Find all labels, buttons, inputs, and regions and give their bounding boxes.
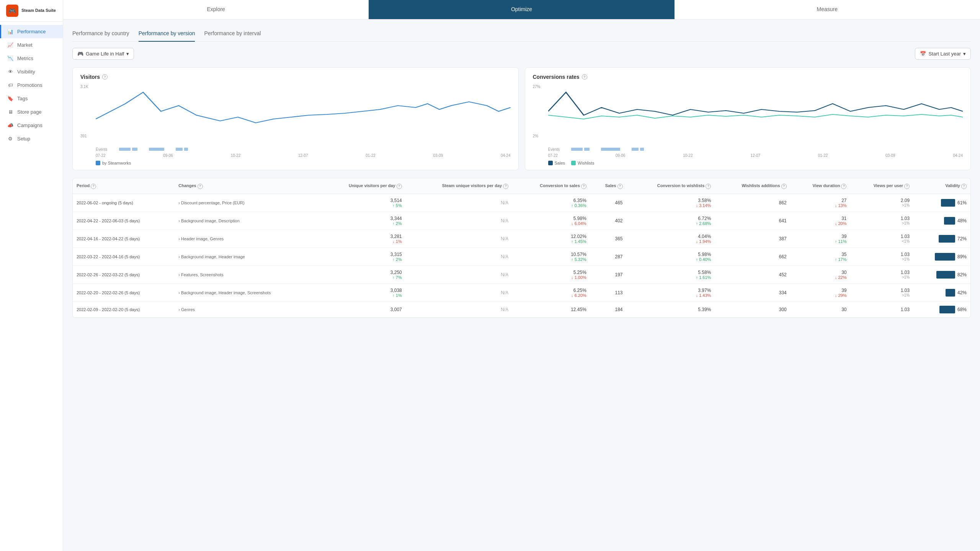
sidebar-item-visibility[interactable]: 👁Visibility	[0, 65, 63, 78]
cell-wishlists-0: 862	[715, 194, 790, 212]
cell-unique-visitors-2: 3,281 ↓ 1%	[318, 230, 406, 248]
cell-validity-4: 82%	[913, 266, 970, 284]
col-view-duration: View duration ?	[791, 178, 851, 194]
cell-conv-sales-5: 6.25% ↓ 6.20%	[512, 284, 590, 302]
conversions-info-icon[interactable]: ?	[582, 74, 587, 80]
cell-validity-5: 42%	[913, 284, 970, 302]
cell-steam-unique-6: N/A	[406, 302, 512, 317]
date-range-label: Start Last year	[928, 51, 961, 57]
cell-period-2: 2022-04-16 - 2022-04-22 (5 days)	[73, 230, 175, 248]
game-icon: 🎮	[77, 51, 83, 57]
cell-period-0: 2022-06-02 - ongoing (5 days)	[73, 194, 175, 212]
sidebar-label-setup: Setup	[17, 136, 30, 142]
cell-wishlists-1: 641	[715, 212, 790, 230]
cell-view-duration-5: 39 ↓ 29%	[791, 284, 851, 302]
cell-unique-visitors-4: 3,250 ↑ 7%	[318, 266, 406, 284]
conversions-chart-area: 27% 2%	[533, 85, 963, 146]
date-range-dropdown[interactable]: 📅 Start Last year ▾	[915, 48, 971, 60]
cell-views-per-user-1: 1.03 >1%	[850, 212, 913, 230]
cell-steam-unique-4: N/A	[406, 266, 512, 284]
metrics-icon: 📉	[7, 55, 13, 61]
cell-conv-sales-1: 5.98% ↓ 6.04%	[512, 212, 590, 230]
cell-conv-wishlists-1: 6.72% ↑ 2.68%	[627, 212, 715, 230]
table-row: 2022-04-16 - 2022-04-22 (5 days) › Heade…	[73, 230, 970, 248]
sidebar-item-storepage[interactable]: 🖥Store page	[0, 105, 63, 119]
sidebar-label-metrics: Metrics	[17, 55, 33, 61]
visitors-chart-title: Visitors ?	[80, 74, 511, 80]
cell-sales-6: 184	[590, 302, 627, 317]
topnav-optimize[interactable]: Optimize	[369, 0, 674, 19]
content-area: Performance by countryPerformance by ver…	[63, 20, 980, 551]
cell-sales-3: 287	[590, 248, 627, 266]
cell-view-duration-2: 39 ↑ 11%	[791, 230, 851, 248]
conversions-chart-card: Conversions rates ? 27% 2%	[525, 67, 971, 170]
col-conversion-wishlists: Conversion to wishlists ?	[627, 178, 715, 194]
logo[interactable]: 🎮 Steam Data Suite	[0, 0, 63, 22]
col-sales: Sales ?	[590, 178, 627, 194]
chevron-down-icon: ▾	[126, 51, 129, 57]
visitors-y-bottom: 391	[80, 134, 87, 138]
cell-conv-sales-3: 10.57% ↑ 5.32%	[512, 248, 590, 266]
cell-changes-1: › Background image, Description	[175, 212, 318, 230]
table-row: 2022-04-22 - 2022-06-03 (5 days) › Backg…	[73, 212, 970, 230]
sidebar: 🎮 Steam Data Suite 📊Performance📈Market📉M…	[0, 0, 63, 551]
cell-conv-wishlists-0: 3.58% ↓ 3.14%	[627, 194, 715, 212]
col-conversion-sales: Conversion to sales ?	[512, 178, 590, 194]
cell-period-4: 2022-02-26 - 2022-03-22 (5 days)	[73, 266, 175, 284]
cell-views-per-user-6: 1.03	[850, 302, 913, 317]
sidebar-item-setup[interactable]: ⚙Setup	[0, 132, 63, 145]
market-icon: 📈	[7, 42, 13, 48]
cell-unique-visitors-5: 3,038 ↑ 1%	[318, 284, 406, 302]
performance-table: Period ? Changes ? Unique visitors per d…	[72, 178, 971, 318]
sidebar-label-storepage: Store page	[17, 109, 42, 115]
visitors-legend: by Steamworks	[80, 161, 511, 165]
conversions-x-labels: 07-22 09-06 10-22 12-07 01-22 03-09 04-2…	[533, 153, 963, 158]
sidebar-item-market[interactable]: 📈Market	[0, 38, 63, 52]
sidebar-item-promotions[interactable]: 🏷Promotions	[0, 78, 63, 92]
topnav-measure[interactable]: Measure	[675, 0, 980, 19]
visitors-chart-svg	[96, 85, 511, 138]
subtab-performance-by-version[interactable]: Performance by version	[139, 27, 195, 42]
cell-wishlists-4: 452	[715, 266, 790, 284]
cell-unique-visitors-6: 3,007	[318, 302, 406, 317]
cell-view-duration-3: 35 ↑ 17%	[791, 248, 851, 266]
sidebar-item-performance[interactable]: 📊Performance	[0, 25, 63, 38]
cell-sales-0: 465	[590, 194, 627, 212]
table-row: 2022-02-20 - 2022-02-26 (5 days) › Backg…	[73, 284, 970, 302]
cell-sales-4: 197	[590, 266, 627, 284]
cell-unique-visitors-1: 3,344 ↑ 2%	[318, 212, 406, 230]
table: Period ? Changes ? Unique visitors per d…	[73, 178, 970, 318]
controls-row: 🎮 Game Life in Half ▾ 📅 Start Last year …	[72, 48, 971, 60]
col-period: Period ?	[73, 178, 175, 194]
subtab-performance-by-country[interactable]: Performance by country	[72, 27, 129, 42]
sidebar-item-tags[interactable]: 🔖Tags	[0, 92, 63, 105]
table-row: 2022-03-22 - 2022-04-16 (5 days) › Backg…	[73, 248, 970, 266]
cell-period-3: 2022-03-22 - 2022-04-16 (5 days)	[73, 248, 175, 266]
cell-view-duration-1: 31 ↓ 20%	[791, 212, 851, 230]
cell-changes-2: › Header image, Genres	[175, 230, 318, 248]
cell-conv-sales-2: 12.02% ↑ 1.45%	[512, 230, 590, 248]
cell-validity-3: 89%	[913, 248, 970, 266]
cell-changes-0: › Discount percentage, Price (EUR)	[175, 194, 318, 212]
cell-steam-unique-3: N/A	[406, 248, 512, 266]
cell-conv-wishlists-2: 4.04% ↓ 1.94%	[627, 230, 715, 248]
visitors-x-labels: 07-22 09-06 10-22 12-07 01-22 03-09 04-2…	[80, 153, 511, 158]
cell-views-per-user-5: 1.03 >1%	[850, 284, 913, 302]
sidebar-label-campaigns: Campaigns	[17, 122, 42, 128]
col-unique-visitors: Unique visitors per day ?	[318, 178, 406, 194]
campaigns-icon: 📣	[7, 122, 13, 128]
table-row: 2022-06-02 - ongoing (5 days) › Discount…	[73, 194, 970, 212]
cell-unique-visitors-3: 3,315 ↑ 2%	[318, 248, 406, 266]
game-filter-dropdown[interactable]: 🎮 Game Life in Half ▾	[72, 48, 134, 60]
cell-validity-1: 48%	[913, 212, 970, 230]
game-filter-label: Game Life in Half	[86, 51, 124, 57]
cell-changes-6: › Genres	[175, 302, 318, 317]
sidebar-item-campaigns[interactable]: 📣Campaigns	[0, 119, 63, 132]
topnav-explore[interactable]: Explore	[63, 0, 369, 19]
sidebar-item-metrics[interactable]: 📉Metrics	[0, 52, 63, 65]
cell-views-per-user-2: 1.03 <1%	[850, 230, 913, 248]
visitors-info-icon[interactable]: ?	[102, 74, 108, 80]
cell-conv-wishlists-6: 5.39%	[627, 302, 715, 317]
col-steam-unique: Steam unique visitors per day ?	[406, 178, 512, 194]
subtab-performance-by-interval[interactable]: Performance by interval	[204, 27, 261, 42]
